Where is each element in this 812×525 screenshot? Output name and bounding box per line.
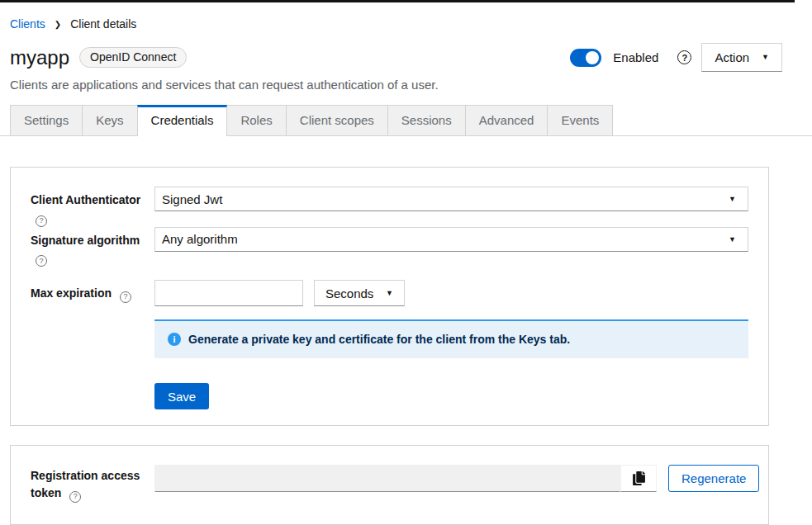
tab-roles[interactable]: Roles [227, 105, 285, 135]
title-row: myapp OpenID Connect Enabled ? Action ▼ [10, 43, 782, 72]
registration-token-help-icon[interactable]: ? [69, 491, 81, 503]
save-button[interactable]: Save [154, 383, 209, 409]
save-row: Save [31, 383, 748, 409]
tab-settings[interactable]: Settings [10, 105, 82, 135]
protocol-badge: OpenID Connect [79, 47, 187, 68]
tab-advanced[interactable]: Advanced [465, 105, 548, 135]
registration-token-input [154, 465, 620, 492]
signature-algorithm-row: Signature algorithm ? Any algorithm ▼ [31, 227, 748, 267]
breadcrumb-clients-link[interactable]: Clients [10, 16, 45, 33]
caret-down-icon: ▼ [729, 196, 736, 203]
alert-row: i Generate a private key and certificate… [31, 319, 748, 358]
info-alert-text: Generate a private key and certificate f… [188, 331, 570, 348]
registration-token-row: Registration access token ? Regenerate [31, 465, 748, 503]
signature-algorithm-value: Any algorithm [162, 232, 238, 246]
enabled-label: Enabled [613, 50, 658, 64]
max-expiration-label: Max expiration ? [31, 280, 154, 303]
tab-content: Client Authenticator ? Signed Jwt ▼ Sign… [0, 136, 812, 525]
breadcrumb-current: Client details [70, 16, 136, 33]
time-unit-value: Seconds [325, 286, 373, 300]
signature-algorithm-select[interactable]: Any algorithm ▼ [154, 227, 748, 252]
client-authenticator-value: Signed Jwt [162, 192, 222, 206]
time-unit-select[interactable]: Seconds ▼ [314, 280, 405, 306]
max-expiration-help-icon[interactable]: ? [120, 291, 131, 303]
tab-keys[interactable]: Keys [82, 105, 136, 135]
client-authenticator-select[interactable]: Signed Jwt ▼ [154, 187, 748, 211]
page-header: Clients ❯ Client details myapp OpenID Co… [0, 2, 812, 93]
enabled-toggle[interactable] [570, 49, 601, 67]
page-title: myapp [10, 45, 69, 70]
tab-client-scopes[interactable]: Client scopes [286, 105, 387, 135]
enabled-help-icon[interactable]: ? [677, 50, 691, 64]
header-controls: Enabled ? Action ▼ [570, 43, 782, 72]
info-icon: i [168, 333, 181, 346]
tab-events[interactable]: Events [547, 105, 613, 135]
chevron-right-icon: ❯ [55, 16, 61, 33]
breadcrumb: Clients ❯ Client details [10, 16, 782, 33]
action-dropdown-label: Action [715, 50, 749, 64]
tab-credentials[interactable]: Credentials [137, 105, 228, 136]
max-expiration-row: Max expiration ? Seconds ▼ [31, 280, 748, 306]
max-expiration-input[interactable] [154, 280, 303, 306]
regenerate-button[interactable]: Regenerate [668, 465, 759, 492]
info-alert: i Generate a private key and certificate… [154, 319, 748, 358]
signature-algorithm-label: Signature algorithm ? [31, 227, 154, 267]
tab-sessions[interactable]: Sessions [387, 105, 465, 135]
caret-down-icon: ▼ [729, 235, 736, 243]
copy-button[interactable] [620, 465, 657, 492]
signature-algorithm-help-icon[interactable]: ? [36, 255, 47, 267]
copy-icon [633, 471, 645, 485]
registration-token-label: Registration access token ? [31, 465, 154, 503]
page-description: Clients are applications and services th… [10, 76, 782, 93]
client-authenticator-label: Client Authenticator ? [31, 187, 154, 227]
caret-down-icon: ▼ [762, 54, 769, 61]
client-authenticator-help-icon[interactable]: ? [36, 215, 47, 227]
client-authenticator-row: Client Authenticator ? Signed Jwt ▼ [31, 187, 748, 227]
credentials-card: Client Authenticator ? Signed Jwt ▼ Sign… [10, 167, 769, 426]
caret-down-icon: ▼ [386, 290, 393, 297]
action-dropdown[interactable]: Action ▼ [701, 43, 782, 72]
registration-card: Registration access token ? Regenerate [10, 445, 769, 525]
tab-bar: Settings Keys Credentials Roles Client s… [0, 105, 812, 136]
toggle-knob [586, 51, 599, 64]
token-input-group [154, 465, 657, 492]
